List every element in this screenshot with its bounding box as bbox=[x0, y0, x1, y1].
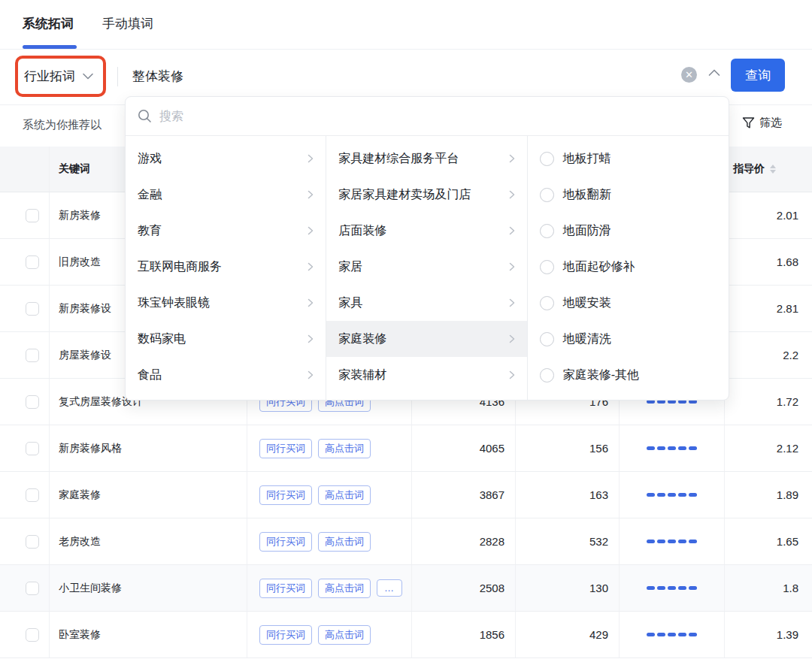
competition-dash bbox=[647, 540, 655, 543]
mode-select-dropdown[interactable]: 行业拓词 bbox=[24, 68, 93, 85]
cascader-level2-item[interactable]: 家居 bbox=[326, 249, 526, 285]
radio-icon[interactable] bbox=[540, 368, 554, 382]
competition-dash bbox=[678, 540, 686, 543]
num1-value: 2828 bbox=[480, 535, 504, 548]
row-checkbox-cell bbox=[0, 425, 50, 471]
cascader-level3-item[interactable]: 地面起砂修补 bbox=[528, 249, 729, 285]
num2-value: 156 bbox=[589, 442, 608, 455]
sort-icon[interactable] bbox=[770, 165, 776, 174]
clear-icon[interactable]: ✕ bbox=[681, 67, 697, 83]
price-cell: 1.68 bbox=[725, 239, 812, 285]
cascader-level1-item[interactable]: 珠宝钟表眼镜 bbox=[126, 285, 326, 321]
competition-bars-cell bbox=[620, 565, 725, 611]
cascader-level2-item[interactable]: 家具 bbox=[326, 285, 526, 321]
cascader-level1-item[interactable]: 数码家电 bbox=[126, 321, 326, 357]
competition-dash bbox=[647, 586, 655, 590]
chevron-right-icon bbox=[508, 190, 517, 199]
cascader-level3-item[interactable]: 家庭装修-其他 bbox=[528, 357, 729, 393]
row-checkbox[interactable] bbox=[26, 209, 39, 222]
radio-icon[interactable] bbox=[540, 152, 554, 166]
cascader-level2-item[interactable]: 家居家具建材卖场及门店 bbox=[326, 177, 526, 213]
chevron-right-icon bbox=[306, 334, 315, 343]
cascader-level3-item-label: 地暖清洗 bbox=[563, 331, 718, 347]
keyword-text: 卧室装修 bbox=[59, 628, 101, 642]
competition-dash bbox=[657, 493, 665, 497]
cascader-level2-column: 家具建材综合服务平台家居家具建材卖场及门店店面装修家居家具家庭装修家装辅材 bbox=[326, 136, 527, 401]
cascader-level3-item[interactable]: 地暖清洗 bbox=[528, 321, 729, 357]
keyword-cell: 家庭装修 bbox=[50, 472, 247, 518]
competition-dash bbox=[647, 446, 655, 450]
cascader-search-input[interactable] bbox=[159, 110, 717, 123]
row-checkbox-cell bbox=[0, 239, 50, 285]
row-checkbox[interactable] bbox=[26, 395, 39, 409]
price-cell: 2.12 bbox=[725, 425, 812, 471]
keyword-tag: 高点击词 bbox=[318, 579, 371, 598]
price-cell: 1.65 bbox=[725, 518, 812, 564]
row-checkbox[interactable] bbox=[26, 255, 39, 269]
cascader-level3-item[interactable]: 地暖安装 bbox=[528, 285, 729, 321]
chevron-up-icon[interactable] bbox=[708, 69, 720, 77]
chevron-right-icon bbox=[508, 370, 517, 379]
row-checkbox[interactable] bbox=[26, 302, 39, 316]
cascader-level1-item[interactable]: 教育 bbox=[126, 213, 326, 249]
keyword-text: 新房装修风格 bbox=[59, 442, 122, 455]
radio-icon[interactable] bbox=[540, 188, 554, 202]
cascader-level2-item-label: 家居家具建材卖场及门店 bbox=[338, 187, 507, 203]
competition-dash bbox=[668, 446, 676, 450]
table-row: 卧室装修同行买词高点击词18564291.39 bbox=[0, 612, 812, 658]
row-checkbox[interactable] bbox=[26, 628, 39, 642]
filter-button[interactable]: 筛选 bbox=[742, 116, 782, 130]
competition-dash bbox=[689, 446, 697, 450]
query-button[interactable]: 查询 bbox=[731, 59, 785, 92]
cascader-level1-item[interactable]: 食品 bbox=[126, 357, 326, 393]
num1-cell: 1856 bbox=[412, 612, 516, 657]
cascader-level2-item[interactable]: 家庭装修 bbox=[326, 321, 526, 357]
competition-bars-cell bbox=[620, 518, 725, 564]
radio-icon[interactable] bbox=[540, 224, 554, 238]
cascader-level2-item[interactable]: 家具建材综合服务平台 bbox=[326, 141, 526, 177]
row-checkbox[interactable] bbox=[26, 442, 39, 455]
tab-manual-fill[interactable]: 手动填词 bbox=[102, 15, 153, 32]
competition-dash bbox=[689, 540, 697, 543]
cascader-level1-item-label: 游戏 bbox=[138, 151, 306, 167]
cascader-level3-item[interactable]: 地板打蜡 bbox=[528, 141, 729, 177]
keyword-input-value[interactable]: 整体装修 bbox=[132, 68, 183, 85]
cascader-level3-item[interactable]: 地板翻新 bbox=[528, 177, 729, 213]
active-tab-underline bbox=[23, 45, 77, 49]
radio-icon[interactable] bbox=[540, 296, 554, 310]
keyword-tag: 高点击词 bbox=[318, 625, 371, 645]
cascader-level1-item[interactable]: 互联网电商服务 bbox=[126, 249, 326, 285]
row-checkbox[interactable] bbox=[26, 488, 39, 502]
competition-dash bbox=[668, 586, 676, 590]
price-cell: 1.89 bbox=[725, 472, 812, 518]
competition-dash bbox=[657, 633, 665, 636]
header-price: 指导价 bbox=[725, 147, 812, 192]
radio-icon[interactable] bbox=[540, 260, 554, 274]
tags-cell: 同行买词高点击词 bbox=[247, 425, 412, 471]
keyword-tag: 高点击词 bbox=[318, 439, 371, 458]
keyword-cell: 老房改造 bbox=[50, 518, 247, 564]
cascader-level1-item[interactable]: 金融 bbox=[126, 177, 326, 213]
cascader-level2-item-label: 家装辅材 bbox=[338, 367, 507, 383]
competition-dash bbox=[657, 446, 665, 450]
keyword-cell: 卧室装修 bbox=[50, 612, 247, 657]
tab-system-expand[interactable]: 系统拓词 bbox=[23, 15, 74, 32]
cascader-level1-item-label: 互联网电商服务 bbox=[138, 259, 306, 275]
cascader-level1-item[interactable]: 游戏 bbox=[126, 141, 326, 177]
chevron-right-icon bbox=[306, 262, 315, 271]
competition-dash bbox=[668, 493, 676, 497]
cascader-level2-item[interactable]: 家装辅材 bbox=[326, 357, 526, 393]
cascader-level3-item[interactable]: 地面防滑 bbox=[528, 213, 729, 249]
cascader-level3-item-label: 地面防滑 bbox=[563, 223, 718, 239]
competition-dash bbox=[668, 633, 676, 636]
radio-icon[interactable] bbox=[540, 332, 554, 346]
competition-dash bbox=[678, 446, 686, 450]
row-checkbox[interactable] bbox=[26, 582, 39, 595]
cascader-level2-item[interactable]: 店面装修 bbox=[326, 213, 526, 249]
header-checkbox-cell bbox=[0, 147, 50, 192]
price-cell: 2.81 bbox=[725, 286, 812, 331]
row-checkbox[interactable] bbox=[26, 535, 39, 549]
chevron-right-icon bbox=[306, 370, 315, 379]
more-tags-button[interactable]: … bbox=[377, 579, 402, 597]
row-checkbox[interactable] bbox=[26, 349, 39, 362]
